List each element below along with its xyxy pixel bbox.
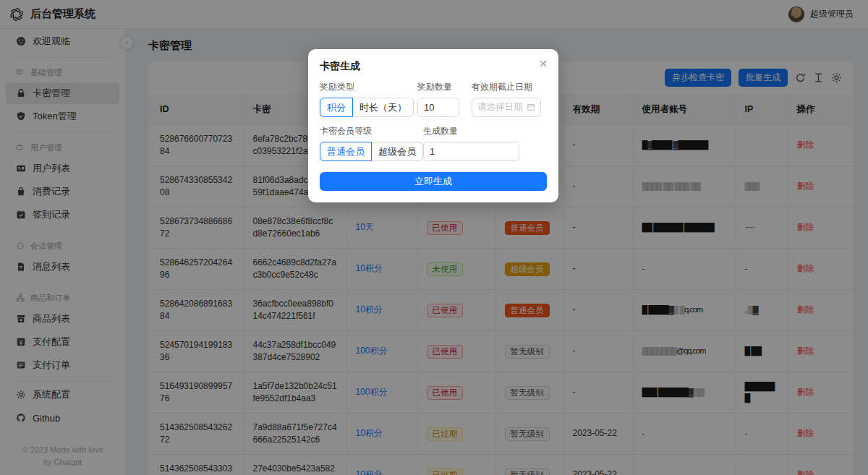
generate-modal: 卡密生成 ✕ 奖励类型 积分 时长（天） 奖励数量 有效期截止日期 请选择日期 [308, 49, 558, 202]
calendar-icon [527, 101, 535, 114]
reward-type-duration-option[interactable]: 时长（天） [353, 98, 414, 117]
reward-type-points-option[interactable]: 积分 [320, 98, 353, 117]
reward-type-segmented: 积分 时长（天） [320, 98, 414, 117]
expiry-label: 有效期截止日期 [472, 81, 541, 93]
reward-amount-input[interactable] [417, 98, 459, 117]
gen-count-input[interactable] [423, 142, 519, 161]
app-root: 后台管理系统 超级管理员 欢迎观临基础管理卡密管理Token管理用户管理用户列表… [0, 0, 868, 475]
reward-amount-label: 奖励数量 [417, 81, 459, 93]
member-level-label: 卡密会员等级 [320, 125, 411, 137]
close-icon[interactable]: ✕ [539, 59, 548, 69]
member-level-super-option[interactable]: 超级会员 [372, 142, 423, 161]
member-level-normal-option[interactable]: 普通会员 [320, 142, 372, 161]
member-level-segmented: 普通会员 超级会员 [320, 142, 423, 161]
reward-type-label: 奖励类型 [320, 81, 403, 93]
modal-title: 卡密生成 [320, 60, 547, 73]
gen-count-label: 生成数量 [423, 125, 519, 137]
generate-now-button[interactable]: 立即生成 [320, 172, 547, 191]
expiry-placeholder: 请选择日期 [477, 101, 524, 114]
expiry-date-picker[interactable]: 请选择日期 [472, 98, 541, 117]
